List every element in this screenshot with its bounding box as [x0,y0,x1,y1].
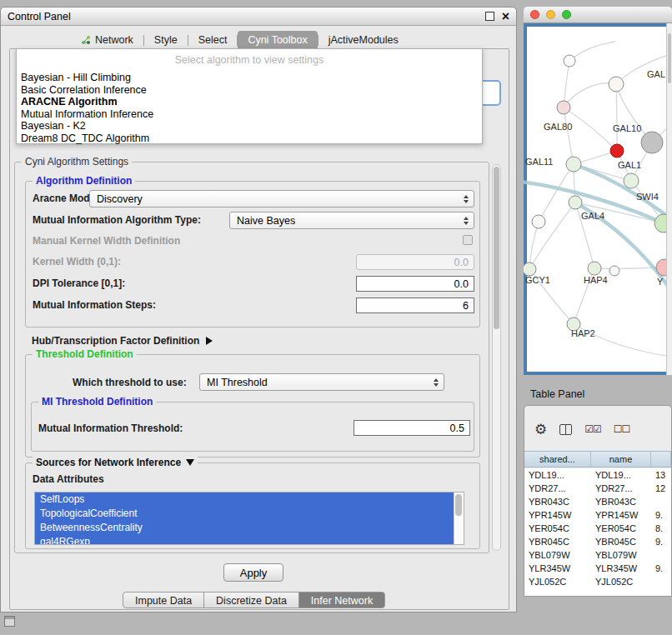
network-node[interactable] [524,262,536,276]
table-row[interactable]: YJL052CYJL052C [524,575,671,588]
table-cell: YLR345W [591,562,651,575]
hub-definition-toggle[interactable]: Hub/Transcription Factor Definition [32,332,213,348]
network-node-label: GAL4 [581,211,604,221]
list-item-selected[interactable]: BetweennessCentrality [35,521,464,535]
table-row[interactable]: YBR043CYBR043C [524,495,671,508]
table-row[interactable]: YLR345WYLR345W9. [524,562,671,575]
network-node[interactable] [641,132,663,153]
network-node[interactable] [532,215,545,228]
table-row[interactable]: YDL19...YDL19...13 [524,468,671,482]
network-node-label: GAL [647,69,665,79]
column-header-shared-name[interactable]: shared... [524,452,591,467]
threshold-definition-title: Threshold Definition [33,348,137,360]
network-node-label: HAP4 [584,275,608,285]
network-node[interactable] [609,77,624,92]
table-row[interactable]: YER054CYER054C8. [524,522,671,535]
column-header-clipped[interactable] [651,452,671,467]
show-columns-icon[interactable] [559,424,572,435]
minimize-traffic-light-icon[interactable] [546,10,555,19]
dpi-tolerance-field[interactable]: 0.0 [356,276,474,292]
network-node[interactable] [557,101,570,114]
mi-threshold-group: MI Threshold Definition Mutual Informati… [31,402,474,452]
network-node[interactable] [610,144,624,158]
float-window-icon[interactable] [485,12,494,21]
tab-label: Style [154,34,178,46]
network-node[interactable] [566,157,581,172]
data-attributes-list[interactable]: SelfLoops TopologicalCoefficient Between… [34,492,464,545]
settings-scrollbar[interactable] [492,164,501,551]
network-view-window: GALGAL80GAL10GAL11GAL1SWI4GAL4GCY1HAP4YH… [524,7,672,375]
list-item-selected[interactable]: SelfLoops [35,492,464,507]
control-panel-titlebar[interactable]: Control Panel × [1,8,516,26]
dropdown-item[interactable]: Basic Correlation Inference [17,84,482,97]
list-item-selected[interactable]: gal4RGexp [35,535,464,545]
settings-group-title: Cyni Algorithm Settings [22,156,132,168]
scrollbar-thumb[interactable] [455,494,462,516]
sources-group: Sources for Network Inference Data Attri… [25,462,480,549]
tab-style[interactable]: Style [144,31,188,49]
dropdown-item[interactable]: Dream8 DC_TDC Algorithm [17,132,482,145]
mi-threshold-field[interactable]: 0.5 [354,420,470,436]
network-node[interactable] [569,196,582,209]
dropdown-item-selected[interactable]: ARACNE Algorithm [17,96,482,108]
aracne-mode-combobox[interactable]: Discovery [89,190,474,208]
network-canvas-svg[interactable]: GALGAL80GAL10GAL11GAL1SWI4GAL4GCY1HAP4YH… [524,7,672,375]
mi-type-combobox[interactable]: Naive Bayes [229,212,474,229]
apply-button[interactable]: Apply [223,563,283,582]
tab-cyni-toolbox[interactable]: Cyni Toolbox [238,31,317,49]
list-scrollbar[interactable] [454,492,464,544]
dropdown-item[interactable]: Mutual Information Inference [17,108,482,121]
network-window-titlebar[interactable] [524,7,672,23]
combobox-arrows-icon [434,378,439,387]
tab-impute-data[interactable]: Impute Data [123,592,204,608]
tab-jactivemodules[interactable]: jActiveModules [318,31,409,49]
close-window-icon[interactable]: × [502,11,509,22]
zoom-traffic-light-icon[interactable] [562,10,571,19]
table-row[interactable]: YDR27...YDR27...12 [524,482,671,495]
table-row[interactable]: YPR145WYPR145W9. [524,508,671,522]
dropdown-item[interactable]: Bayesian - Hill Climbing [17,72,482,84]
scrollbar-thumb[interactable] [494,167,499,329]
table-cell: YBR043C [591,495,651,508]
list-item-selected[interactable]: TopologicalCoefficient [35,507,464,521]
network-edge [594,268,659,268]
network-node[interactable] [624,173,639,188]
unselect-all-columns-icon[interactable]: ☐☐ [614,423,630,435]
sources-group-title[interactable]: Sources for Network Inference [33,457,198,468]
tab-label: jActiveModules [328,34,399,46]
gear-icon[interactable]: ⚙ [534,422,547,437]
network-edge [564,83,616,108]
combobox-arrows-icon [464,195,469,203]
network-edge [529,202,575,269]
dropdown-item[interactable]: Bayesian - K2 [17,120,482,132]
table-row[interactable]: YBL079WYBL079W [524,548,671,562]
table-row[interactable]: YBR045CYBR045C9. [524,535,671,548]
algorithm-dropdown-popup: Select algorithm to view settings Bayesi… [16,48,483,144]
network-edge [569,42,615,61]
mi-threshold-title: MI Threshold Definition [38,396,156,408]
mi-steps-field[interactable]: 6 [356,298,474,313]
manual-kernel-label: Manual Kernel Width Definition [33,235,180,247]
restore-panel-icon[interactable] [4,616,15,627]
tab-infer-network[interactable]: Infer Network [298,592,385,608]
table-cell [651,548,671,562]
tab-network[interactable]: Network [71,31,143,49]
tab-discretize-data[interactable]: Discretize Data [203,592,299,608]
select-all-columns-icon[interactable]: ☑☑ [584,423,601,435]
column-header-name[interactable]: name [591,452,651,467]
network-scrollbar[interactable] [666,23,672,375]
table-cell: 8. [651,522,671,535]
close-traffic-light-icon[interactable] [530,10,539,19]
combobox-arrows-icon [464,217,469,225]
table-body: YDL19...YDL19...13YDR27...YDR27...12YBR0… [524,468,671,596]
scrollbar-thumb[interactable] [668,33,671,83]
network-node[interactable] [609,266,619,276]
network-node[interactable] [588,262,601,275]
table-cell: YDL19... [591,468,651,482]
manual-kernel-checkbox[interactable] [463,235,473,245]
network-node[interactable] [564,55,575,67]
panel-title: Control Panel [8,11,71,22]
tab-select[interactable]: Select [188,31,238,49]
table-cell [651,495,671,508]
which-threshold-combobox[interactable]: MI Threshold [199,373,444,391]
